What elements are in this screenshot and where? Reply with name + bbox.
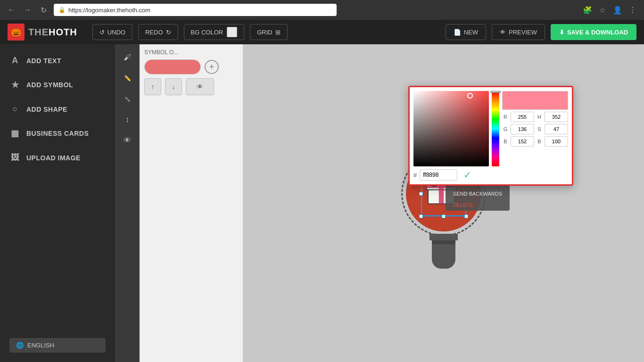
cp-bottom-section: # ✓ (413, 169, 568, 181)
eye-tool-icon: 👁 (124, 136, 131, 145)
toolbar: 🎃 THEHOTH ↺ UNDO REDO ↻ BG COLOR GRID ⊞ … (0, 20, 644, 44)
paint-tool-button[interactable]: 🖌 (119, 49, 136, 66)
app: 🎃 THEHOTH ↺ UNDO REDO ↻ BG COLOR GRID ⊞ … (0, 20, 644, 362)
shape-icon: ○ (9, 104, 21, 114)
back-button[interactable]: ← (6, 4, 17, 16)
cp-hex-input[interactable] (420, 169, 457, 181)
sidebar-item-add-symbol[interactable]: ★ ADD SYMBOL (0, 73, 115, 97)
cp-g-input[interactable] (511, 124, 534, 134)
cp-r-input[interactable] (511, 112, 534, 122)
cp-b2-field: B (536, 136, 568, 147)
text-icon: A (9, 56, 21, 66)
cp-h-input[interactable] (545, 112, 568, 122)
logo: 🎃 THEHOTH (8, 24, 77, 41)
logo-icon: 🎃 (8, 24, 25, 41)
canvas-area[interactable]: DUPLICATE BRING FORWARD SEND BACKWARDS D… (243, 44, 644, 362)
browser-bar: ← → ↻ 🔒 https://logomaker.thehoth.com 🧩 … (0, 0, 644, 20)
visibility-button[interactable]: 👁 (186, 78, 214, 95)
arrange-up-button[interactable]: ↑ (144, 78, 161, 95)
upload-icon: 🖼 (9, 153, 21, 163)
refresh-button[interactable]: ↻ (38, 4, 49, 16)
redo-icon: ↻ (166, 29, 171, 36)
preview-button[interactable]: 👁 PREVIEW (492, 24, 545, 40)
cp-b2-input[interactable] (545, 136, 568, 147)
cp-spectrum[interactable] (492, 91, 499, 166)
bulb-base (429, 234, 458, 269)
cp-hash-symbol: # (413, 172, 417, 179)
resize-tool-button[interactable]: ⤡ (119, 90, 136, 107)
eye-icon: 👁 (197, 83, 203, 90)
bulb-base-cap (432, 240, 455, 244)
tool-panel: 🖌 ✏️ ⤡ ↕ 👁 (115, 44, 140, 362)
icon-action-row: ↑ ↓ 👁 (144, 78, 238, 95)
logo-text: THEHOTH (28, 27, 77, 38)
sidebar-item-add-text[interactable]: A ADD TEXT (0, 49, 115, 72)
cp-preview-area: R H G S (502, 91, 568, 166)
cp-g-field: G (502, 124, 534, 134)
undo-button[interactable]: ↺ UNDO (92, 24, 132, 40)
symbol-panel-header: SYMBOL O... (144, 49, 238, 56)
cp-spectrum-cursor[interactable] (490, 91, 501, 93)
sidebar-item-business-cards[interactable]: ▦ BUSINESS CARDS (0, 122, 115, 145)
sidebar-item-upload-image[interactable]: 🖼 UPLOAD IMAGE (0, 146, 115, 169)
handle-bottom-right[interactable] (464, 214, 468, 218)
handle-bottom-middle[interactable] (442, 214, 446, 218)
redo-button[interactable]: REDO ↻ (138, 24, 178, 40)
eraser-icon: ✏️ (124, 75, 131, 82)
arrange-down-button[interactable]: ↓ (165, 78, 182, 95)
cp-confirm-button[interactable]: ✓ (460, 169, 474, 181)
undo-icon: ↺ (99, 29, 105, 36)
cp-fields: R H G S (502, 112, 568, 147)
sidebar-item-add-shape[interactable]: ○ ADD SHAPE (0, 98, 115, 121)
add-color-button[interactable]: + (205, 60, 219, 74)
cp-h-field: H (536, 112, 568, 122)
symbol-icon: ★ (9, 80, 21, 90)
context-delete[interactable]: DELETE (446, 199, 510, 211)
move-tool-button[interactable]: ↕ (119, 111, 136, 128)
language-selector[interactable]: 🌐 ENGLISH (9, 338, 106, 353)
browser-actions: 🧩 ☆ 👤 ⋮ (582, 4, 638, 16)
context-send-backwards[interactable]: SEND BACKWARDS (446, 188, 510, 199)
grid-icon: ⊞ (275, 29, 281, 36)
new-icon: 📄 (454, 29, 461, 36)
bg-color-button[interactable]: BG COLOR (184, 24, 245, 40)
eraser-tool-button[interactable]: ✏️ (119, 70, 136, 87)
cp-gradient-cursor[interactable] (467, 93, 473, 99)
color-preview-row: + (144, 59, 238, 74)
grid-button[interactable]: GRID ⊞ (250, 24, 288, 40)
symbol-panel: SYMBOL O... + ↑ ↓ 👁 (140, 44, 243, 362)
menu-icon[interactable]: ⋮ (627, 4, 638, 16)
cp-preview-swatch (502, 91, 568, 110)
eye-tool-button[interactable]: 👁 (119, 132, 136, 149)
move-icon: ↕ (125, 115, 129, 124)
handle-middle-left[interactable] (419, 192, 423, 196)
globe-icon: 🌐 (16, 342, 24, 349)
forward-button[interactable]: → (22, 4, 33, 16)
main-content: A ADD TEXT ★ ADD SYMBOL ○ ADD SHAPE ▦ BU… (0, 44, 644, 362)
profile-icon[interactable]: 👤 (612, 4, 623, 16)
cp-r-field: R (502, 112, 534, 122)
bulb-base-body (432, 240, 455, 269)
bookmark-icon[interactable]: ☆ (597, 4, 608, 16)
color-picker-popup: R H G S (408, 86, 573, 186)
cp-b-field: B (502, 136, 534, 147)
handle-bottom-left[interactable] (419, 214, 423, 218)
color-preview-pill[interactable] (144, 59, 201, 74)
business-cards-icon: ▦ (9, 128, 21, 139)
cp-top-section: R H G S (413, 91, 568, 166)
resize-icon: ⤡ (124, 95, 131, 104)
save-button[interactable]: ⬇ SAVE & DOWNLOAD (551, 24, 636, 40)
preview-icon: 👁 (500, 29, 506, 36)
save-icon: ⬇ (559, 29, 564, 36)
sidebar: A ADD TEXT ★ ADD SYMBOL ○ ADD SHAPE ▦ BU… (0, 44, 115, 362)
paint-icon: 🖌 (124, 53, 131, 62)
bg-color-swatch (227, 27, 237, 37)
cp-s-input[interactable] (545, 124, 568, 134)
url-bar[interactable]: 🔒 https://logomaker.thehoth.com (54, 4, 337, 16)
extensions-icon[interactable]: 🧩 (582, 4, 593, 16)
new-button[interactable]: 📄 NEW (446, 24, 486, 40)
cp-s-field: S (536, 124, 568, 134)
cp-gradient[interactable] (413, 91, 489, 166)
cp-b-input[interactable] (511, 136, 534, 147)
